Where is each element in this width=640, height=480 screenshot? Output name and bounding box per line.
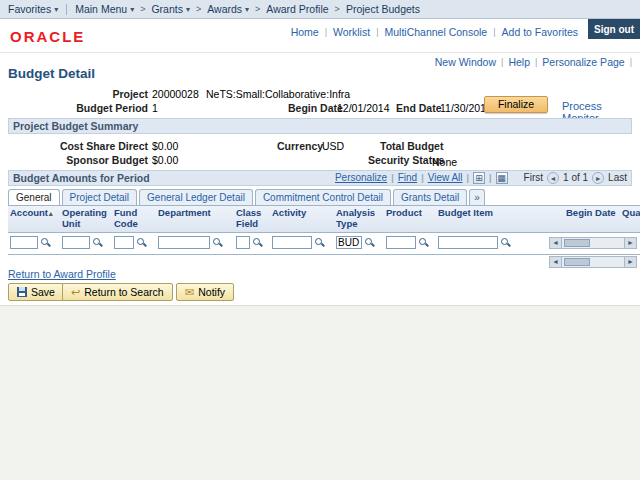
- column-header-begin-date[interactable]: Begin Date: [564, 206, 620, 232]
- grid-horizontal-scrollbar[interactable]: ◄ ►: [549, 237, 637, 249]
- column-header-operating-unit[interactable]: Operating Unit: [60, 206, 112, 232]
- security-status-value: None: [432, 156, 457, 168]
- scroll-right-icon[interactable]: ►: [624, 257, 636, 267]
- save-button[interactable]: Save: [8, 283, 64, 301]
- activity-input[interactable]: [272, 236, 312, 249]
- activity-lookup-icon[interactable]: [314, 237, 325, 248]
- column-header-quantity[interactable]: Quantity: [620, 206, 640, 232]
- find-link[interactable]: Find: [398, 171, 417, 185]
- analysis-type-lookup-icon[interactable]: [364, 237, 375, 248]
- product-input[interactable]: [386, 236, 416, 249]
- scroll-left-icon[interactable]: ◄: [550, 257, 562, 267]
- operating-unit-input[interactable]: [62, 236, 90, 249]
- return-to-award-profile-link[interactable]: Return to Award Profile: [8, 268, 116, 280]
- notify-button[interactable]: ✉ Notify: [176, 283, 234, 301]
- currency-value: USD: [322, 140, 344, 152]
- link-separator: |: [391, 171, 394, 185]
- grid-view-icon[interactable]: ▦: [496, 172, 508, 184]
- grid-horizontal-scrollbar-lower[interactable]: ◄ ►: [549, 256, 637, 268]
- previous-page-icon[interactable]: ◄: [547, 172, 559, 184]
- breadcrumb-project-budgets[interactable]: Project Budgets: [346, 3, 420, 15]
- header-link-add-to-favorites[interactable]: Add to Favorites: [502, 26, 578, 38]
- save-label: Save: [31, 286, 55, 298]
- scrollbar-track[interactable]: [562, 257, 624, 267]
- help-link[interactable]: Help: [508, 56, 530, 68]
- analysis-type-input[interactable]: [336, 236, 362, 249]
- signout-button[interactable]: Sign out: [588, 19, 640, 39]
- breadcrumb: Favorites ▾ Main Menu ▾ > Grants ▾ > Awa…: [0, 0, 640, 19]
- account-lookup-icon[interactable]: [40, 237, 51, 248]
- breadcrumb-separator: >: [196, 4, 201, 14]
- department-lookup-icon[interactable]: [212, 237, 223, 248]
- budget-period-label: Budget Period: [8, 102, 148, 114]
- return-arrow-icon: ↩: [71, 287, 80, 298]
- scroll-right-icon[interactable]: ►: [624, 238, 636, 248]
- header-link-worklist[interactable]: Worklist: [333, 26, 370, 38]
- scrollbar-track[interactable]: [562, 238, 624, 248]
- column-header-product[interactable]: Product: [384, 206, 436, 232]
- fund-code-input[interactable]: [114, 236, 134, 249]
- class-field-input[interactable]: [236, 236, 250, 249]
- awards-label: Awards: [207, 3, 242, 15]
- view-all-link[interactable]: View All: [428, 171, 463, 185]
- begin-date-value: 12/01/2014: [337, 102, 390, 114]
- budget-item-input[interactable]: [438, 236, 498, 249]
- new-window-link[interactable]: New Window: [435, 56, 496, 68]
- grid-tabs: General Project Detail General Ledger De…: [8, 189, 485, 205]
- column-header-budget-item[interactable]: Budget Item: [436, 206, 564, 232]
- column-header-activity[interactable]: Activity: [270, 206, 334, 232]
- tab-grants-detail[interactable]: Grants Detail: [393, 189, 467, 205]
- class-field-lookup-icon[interactable]: [252, 237, 263, 248]
- breadcrumb-award-profile[interactable]: Award Profile: [266, 3, 328, 15]
- header-link-multichannel-console[interactable]: MultiChannel Console: [384, 26, 487, 38]
- award-profile-label: Award Profile: [266, 3, 328, 15]
- first-link[interactable]: First: [524, 171, 543, 185]
- breadcrumb-grants[interactable]: Grants ▾: [151, 3, 190, 15]
- chevron-down-icon: ▾: [130, 5, 134, 14]
- product-lookup-icon[interactable]: [418, 237, 429, 248]
- breadcrumb-awards[interactable]: Awards ▾: [207, 3, 249, 15]
- fund-code-lookup-icon[interactable]: [136, 237, 147, 248]
- scroll-left-icon[interactable]: ◄: [550, 238, 562, 248]
- project-budget-summary-header: Project Budget Summary: [8, 118, 632, 134]
- download-icon[interactable]: ⊞: [473, 172, 485, 184]
- tab-commitment-control-detail[interactable]: Commitment Control Detail: [255, 189, 391, 205]
- page-background: [0, 305, 640, 480]
- notify-label: Notify: [198, 286, 225, 298]
- finalize-button[interactable]: Finalize: [484, 96, 548, 113]
- tab-general-ledger-detail[interactable]: General Ledger Detail: [139, 189, 253, 205]
- scrollbar-thumb[interactable]: [564, 258, 590, 266]
- link-separator: |: [493, 27, 495, 37]
- personalize-link[interactable]: Personalize: [335, 171, 387, 185]
- budget-item-lookup-icon[interactable]: [500, 237, 511, 248]
- column-header-department[interactable]: Department: [156, 206, 234, 232]
- main-menu[interactable]: Main Menu ▾: [75, 3, 134, 15]
- personalize-page-link[interactable]: Personalize Page: [542, 56, 624, 68]
- column-header-analysis-type[interactable]: Analysis Type: [334, 206, 384, 232]
- next-page-icon[interactable]: ►: [592, 172, 604, 184]
- budget-amounts-header: Budget Amounts for Period Personalize | …: [8, 170, 632, 186]
- operating-unit-lookup-icon[interactable]: [92, 237, 103, 248]
- notify-envelope-icon: ✉: [185, 287, 194, 298]
- account-input[interactable]: [10, 236, 38, 249]
- department-input[interactable]: [158, 236, 210, 249]
- header-link-home[interactable]: Home: [291, 26, 319, 38]
- column-header-class-field[interactable]: Class Field: [234, 206, 270, 232]
- column-header-fund-code[interactable]: Fund Code: [112, 206, 156, 232]
- show-all-columns-icon[interactable]: »: [469, 189, 485, 205]
- budget-period-value: 1: [152, 102, 158, 114]
- end-date-label: End Date: [396, 102, 442, 114]
- return-to-search-button[interactable]: ↩ Return to Search: [62, 283, 173, 301]
- column-header-account[interactable]: Account▴: [8, 206, 60, 232]
- tab-general[interactable]: General: [8, 189, 60, 205]
- scrollbar-thumb[interactable]: [564, 239, 590, 247]
- project-description: NeTS:Small:Collaborative:Infra: [206, 88, 350, 100]
- project-label: Project: [8, 88, 148, 100]
- link-separator: |: [501, 57, 503, 67]
- breadcrumb-separator: >: [140, 4, 145, 14]
- tab-project-detail[interactable]: Project Detail: [62, 189, 137, 205]
- last-link[interactable]: Last: [608, 171, 627, 185]
- favorites-menu[interactable]: Favorites ▾: [8, 3, 58, 15]
- project-value: 20000028: [152, 88, 199, 100]
- oracle-header: ORACLE Home | Worklist | MultiChannel Co…: [0, 19, 640, 53]
